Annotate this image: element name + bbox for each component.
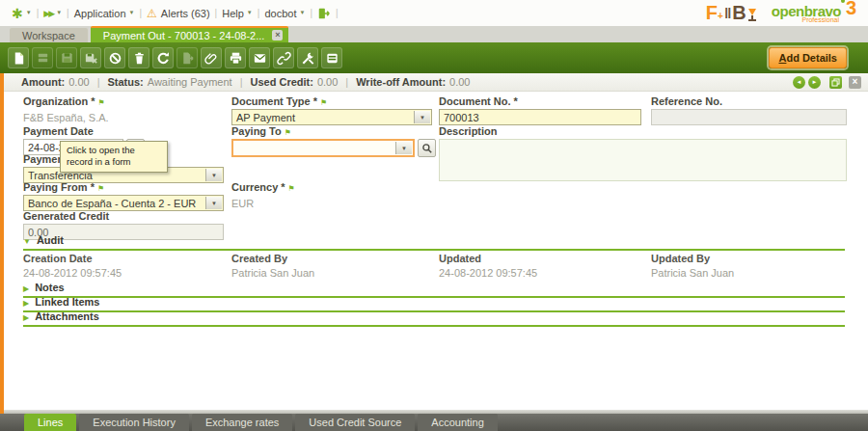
next-record-button[interactable]: ► (808, 76, 821, 89)
help-caret-icon[interactable]: ▼ (247, 10, 253, 15)
item-link-icon[interactable]: ⚑ (288, 184, 295, 193)
fb-logo-plus: + (718, 11, 723, 21)
chevron-collapsed-icon[interactable]: ▶ (23, 284, 29, 293)
favorites-star-icon[interactable]: ✱ (12, 6, 23, 21)
delete-button[interactable] (128, 47, 149, 68)
print-button[interactable] (225, 47, 246, 68)
refresh-button[interactable] (152, 47, 174, 68)
fb-logo-utensils-icon: ‖ (724, 5, 731, 21)
child-tabs-bar: Lines Execution History Exchange rates U… (0, 410, 868, 431)
chevron-collapsed-icon[interactable]: ▶ (23, 299, 29, 308)
menu-user[interactable]: docbot (264, 8, 296, 19)
description-textarea[interactable] (439, 139, 847, 181)
chevron-down-icon[interactable]: ▼ (414, 111, 430, 123)
undo-button[interactable] (104, 47, 125, 68)
top-menu-bar: ✱ ▼ | ▶▶ ▼ | Application ▼ | ⚠ Alerts (6… (0, 0, 868, 26)
fb-logo-f: F (706, 2, 718, 24)
favorites-caret-icon[interactable]: ▼ (26, 10, 32, 15)
logo-area: F + ‖ B openbravo 3 Professional (706, 2, 868, 24)
save-close-button[interactable] (80, 47, 101, 68)
menu-alerts[interactable]: Alerts (63) (161, 8, 210, 19)
attachment-button[interactable] (201, 47, 222, 68)
document-no-input[interactable] (439, 109, 641, 125)
item-link-icon[interactable]: ⚑ (320, 98, 327, 107)
application-caret-icon[interactable]: ▼ (129, 10, 135, 15)
tab-close-icon[interactable]: × (272, 30, 283, 40)
audit-updated: Updated 24-08-2012 09:57:45 (439, 253, 641, 279)
tools-button[interactable] (297, 47, 318, 68)
tab-payment-out[interactable]: Payment Out - 700013 - 24-08-2... × (91, 26, 289, 42)
section-notes-label: Notes (35, 282, 65, 293)
email-button[interactable] (249, 47, 270, 68)
paying-from-select[interactable]: Banco de España - Cuenta 2 - EUR ▼ (23, 195, 224, 211)
generated-credit-label: Generated Credit (23, 210, 109, 222)
required-mark: * (313, 95, 317, 107)
status-writeoff-value: 0.00 (449, 76, 470, 88)
created-by-label: Created By (231, 253, 287, 264)
section-attachments[interactable]: ▶Attachments (23, 310, 845, 327)
chevron-down-icon[interactable]: ▼ (395, 142, 412, 154)
paying-to-label: Paying To (231, 125, 282, 137)
chevron-expanded-icon[interactable]: ▼ (23, 237, 31, 246)
reference-no-label: Reference No. (651, 95, 722, 107)
new-document-button[interactable] (8, 47, 29, 68)
separator: | (215, 8, 218, 18)
add-details-label: dd Details (786, 52, 837, 64)
creation-date-label: Creation Date (23, 253, 93, 264)
reference-no-input[interactable] (651, 109, 847, 125)
record-nav-icons: ◄ ► × (793, 76, 868, 89)
maximize-button[interactable] (829, 76, 842, 89)
field-description: Description (439, 125, 847, 183)
field-paying-from: Paying From*⚑ Banco de España - Cuenta 2… (23, 181, 224, 211)
audit-updated-by: Updated By Patricia San Juan (651, 253, 847, 279)
section-linked-items-label: Linked Items (35, 296, 99, 308)
record-toolbar: Add Details (0, 42, 868, 73)
updated-value: 24-08-2012 09:57:45 (439, 267, 641, 279)
item-link-icon[interactable]: ⚑ (98, 98, 105, 107)
tab-accounting[interactable]: Accounting (418, 414, 497, 431)
chevron-down-icon[interactable]: ▼ (205, 197, 222, 209)
export-button (176, 47, 198, 68)
separator: | (97, 76, 100, 88)
required-mark: * (91, 181, 95, 193)
close-record-button[interactable]: × (849, 76, 861, 89)
new-row-button (32, 47, 53, 68)
tab-lines[interactable]: Lines (24, 414, 76, 431)
field-reference-no: Reference No. (651, 95, 847, 125)
search-icon[interactable] (418, 139, 436, 157)
add-details-button[interactable]: Add Details (769, 47, 847, 68)
paying-to-select[interactable]: ▼ (231, 139, 415, 157)
field-document-no: Document No.* (439, 95, 641, 125)
chevron-down-icon[interactable]: ▼ (205, 169, 222, 181)
item-link-icon[interactable]: ⚑ (285, 128, 291, 137)
item-link-icon[interactable]: ⚑ (97, 184, 104, 193)
field-document-type: Document Type*⚑ AP Payment ▼ (231, 95, 432, 125)
form-grid-toggle-button[interactable] (321, 47, 342, 68)
tab-execution-history[interactable]: Execution History (79, 414, 189, 431)
separator: | (336, 8, 339, 18)
menu-help[interactable]: Help (222, 8, 244, 19)
tab-exchange-rates[interactable]: Exchange rates (192, 414, 292, 431)
separator: | (67, 8, 69, 18)
wine-glass-icon (748, 9, 756, 21)
tab-used-credit-source[interactable]: Used Credit Source (295, 414, 415, 431)
updated-label: Updated (439, 253, 481, 264)
menu-application[interactable]: Application (74, 8, 126, 19)
recent-views-icon[interactable]: ▶▶ (43, 9, 53, 18)
section-audit[interactable]: ▼Audit (23, 234, 845, 251)
alerts-warning-icon[interactable]: ⚠ (147, 7, 157, 20)
status-used-credit-value: 0.00 (317, 76, 338, 88)
tab-workspace[interactable]: Workspace (10, 28, 88, 42)
user-caret-icon[interactable]: ▼ (299, 10, 305, 15)
document-no-label: Document No. (439, 95, 511, 107)
paying-from-label: Paying From (23, 181, 88, 193)
chevron-collapsed-icon[interactable]: ▶ (23, 313, 29, 322)
recent-views-caret-icon[interactable]: ▼ (56, 10, 62, 15)
logout-icon[interactable] (317, 7, 331, 20)
status-status-label: Status: (108, 76, 144, 88)
description-label: Description (439, 125, 498, 137)
document-type-label: Document Type (231, 95, 311, 107)
document-type-select[interactable]: AP Payment ▼ (231, 109, 432, 125)
link-button[interactable] (273, 47, 294, 68)
previous-record-button[interactable]: ◄ (793, 76, 805, 89)
